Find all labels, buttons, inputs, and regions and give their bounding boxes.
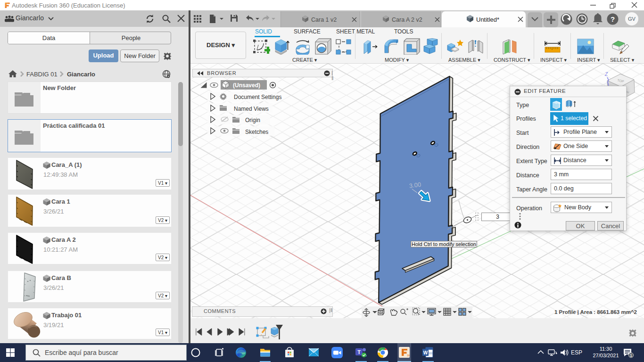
svg-text:1: 1 (630, 353, 632, 358)
svg-text:?: ? (611, 15, 615, 23)
svg-text:Z: Z (604, 72, 608, 77)
svg-text:W: W (423, 350, 428, 355)
svg-text:T: T (357, 349, 361, 355)
svg-text:360: 360 (407, 354, 410, 357)
